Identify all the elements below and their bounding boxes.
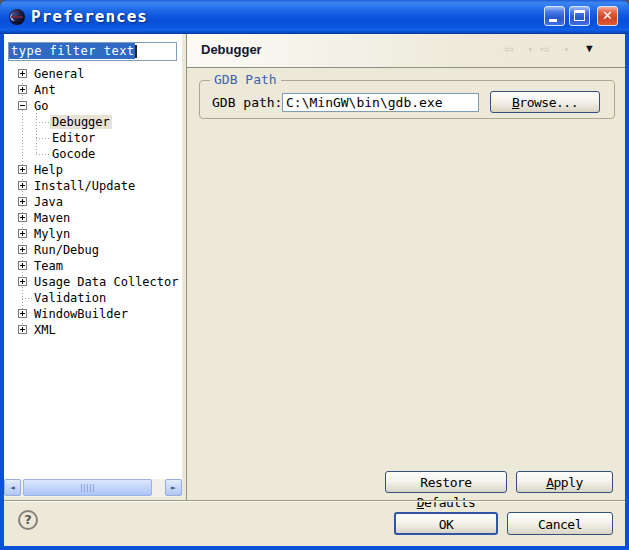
filter-input[interactable]: type filter text bbox=[8, 42, 177, 61]
help-icon[interactable]: ? bbox=[18, 510, 38, 530]
tree-row: Maven bbox=[4, 210, 182, 226]
tree-expander-mylyn-icon[interactable] bbox=[18, 229, 27, 238]
tree-row: Validation bbox=[4, 290, 182, 306]
tree-row: Gocode bbox=[4, 146, 182, 162]
tree-item-general[interactable]: General bbox=[32, 67, 87, 81]
scroll-right-icon[interactable]: ► bbox=[165, 479, 182, 496]
tree-item-java[interactable]: Java bbox=[32, 195, 65, 209]
text-caret bbox=[135, 45, 137, 58]
tree-expander-run-debug-icon[interactable] bbox=[18, 245, 27, 254]
tree-expander-team-icon[interactable] bbox=[18, 261, 27, 270]
restore-defaults-button[interactable]: Restore Defaults bbox=[385, 471, 507, 493]
footer-separator bbox=[4, 500, 625, 501]
tree-expander-general-icon[interactable] bbox=[18, 69, 27, 78]
tree-expander-maven-icon[interactable] bbox=[18, 213, 27, 222]
tree-row: Team bbox=[4, 258, 182, 274]
cancel-button[interactable]: Cancel bbox=[507, 512, 613, 535]
dialog-body: type filter text GeneralAntGoDebuggerEdi… bbox=[4, 34, 625, 546]
panel-separator bbox=[186, 34, 187, 500]
tree-item-usage-data-collector[interactable]: Usage Data Collector bbox=[32, 275, 181, 289]
scrollbar-thumb[interactable] bbox=[23, 479, 152, 496]
tree-row: Editor bbox=[4, 130, 182, 146]
tree-item-run-debug[interactable]: Run/Debug bbox=[32, 243, 101, 257]
tree-item-debugger[interactable]: Debugger bbox=[50, 115, 112, 129]
tree-row: Mylyn bbox=[4, 226, 182, 242]
gdb-path-group-label: GDB Path bbox=[210, 72, 281, 87]
filter-selected-text: type filter text bbox=[9, 43, 135, 59]
titlebar[interactable]: Preferences bbox=[0, 0, 629, 34]
tree-item-xml[interactable]: XML bbox=[32, 323, 58, 337]
tree-row: Run/Debug bbox=[4, 242, 182, 258]
page-title: Debugger bbox=[201, 42, 262, 57]
tree-row: General bbox=[4, 66, 182, 82]
tree-item-editor[interactable]: Editor bbox=[50, 131, 97, 145]
tree-item-maven[interactable]: Maven bbox=[32, 211, 72, 225]
preferences-dialog: Preferences type filter text GeneralAntG… bbox=[0, 0, 629, 550]
ok-button[interactable]: OK bbox=[394, 512, 498, 535]
tree-item-validation[interactable]: Validation bbox=[32, 291, 108, 305]
tree-expander-usage-data-collector-icon[interactable] bbox=[18, 277, 27, 286]
tree-item-gocode[interactable]: Gocode bbox=[50, 147, 97, 161]
forward-dropdown-icon[interactable]: ▾ bbox=[564, 45, 569, 54]
gdb-path-field-label: GDB path: bbox=[212, 95, 282, 110]
tree-row: XML bbox=[4, 322, 182, 338]
eclipse-logo-icon bbox=[9, 9, 25, 25]
tree-item-mylyn[interactable]: Mylyn bbox=[32, 227, 72, 241]
tree-row: Go bbox=[4, 98, 182, 114]
tree-expander-windowbuilder-icon[interactable] bbox=[18, 309, 27, 318]
tree-item-install-update[interactable]: Install/Update bbox=[32, 179, 137, 193]
view-menu-icon[interactable]: ▼ bbox=[586, 42, 593, 55]
window-title: Preferences bbox=[31, 7, 148, 26]
back-arrow-icon[interactable]: ⇦ bbox=[504, 39, 514, 58]
tree-row: Help bbox=[4, 162, 182, 178]
gdb-path-input[interactable] bbox=[282, 93, 479, 112]
tree-row: WindowBuilder bbox=[4, 306, 182, 322]
tree-item-ant[interactable]: Ant bbox=[32, 83, 58, 97]
preferences-tree: GeneralAntGoDebuggerEditorGocodeHelpInst… bbox=[4, 66, 182, 346]
apply-button[interactable]: Apply bbox=[516, 471, 613, 493]
tree-item-help[interactable]: Help bbox=[32, 163, 65, 177]
page-header: Debugger bbox=[187, 34, 625, 68]
tree-expander-ant-icon[interactable] bbox=[18, 85, 27, 94]
tree-expander-go-icon[interactable] bbox=[18, 101, 27, 110]
tree-row: Debugger bbox=[4, 114, 182, 130]
tree-item-team[interactable]: Team bbox=[32, 259, 65, 273]
browse-button[interactable]: Browse... bbox=[490, 91, 600, 113]
tree-row: Install/Update bbox=[4, 178, 182, 194]
tree-expander-xml-icon[interactable] bbox=[18, 325, 27, 334]
back-dropdown-icon[interactable]: ▾ bbox=[528, 45, 533, 54]
forward-arrow-icon[interactable]: ⇨ bbox=[540, 39, 550, 58]
tree-expander-java-icon[interactable] bbox=[18, 197, 27, 206]
tree-expander-help-icon[interactable] bbox=[18, 165, 27, 174]
tree-item-windowbuilder[interactable]: WindowBuilder bbox=[32, 307, 130, 321]
tree-item-go[interactable]: Go bbox=[32, 99, 50, 113]
scroll-left-icon[interactable]: ◄ bbox=[4, 479, 21, 496]
minimize-button[interactable] bbox=[544, 6, 565, 26]
maximize-button[interactable] bbox=[569, 6, 590, 26]
tree-row: Ant bbox=[4, 82, 182, 98]
horizontal-scrollbar[interactable]: ◄ ► bbox=[4, 479, 182, 497]
tree-panel: type filter text GeneralAntGoDebuggerEdi… bbox=[4, 34, 182, 497]
close-button[interactable] bbox=[597, 6, 618, 26]
tree-expander-install-update-icon[interactable] bbox=[18, 181, 27, 190]
tree-row: Java bbox=[4, 194, 182, 210]
tree-row: Usage Data Collector bbox=[4, 274, 182, 290]
